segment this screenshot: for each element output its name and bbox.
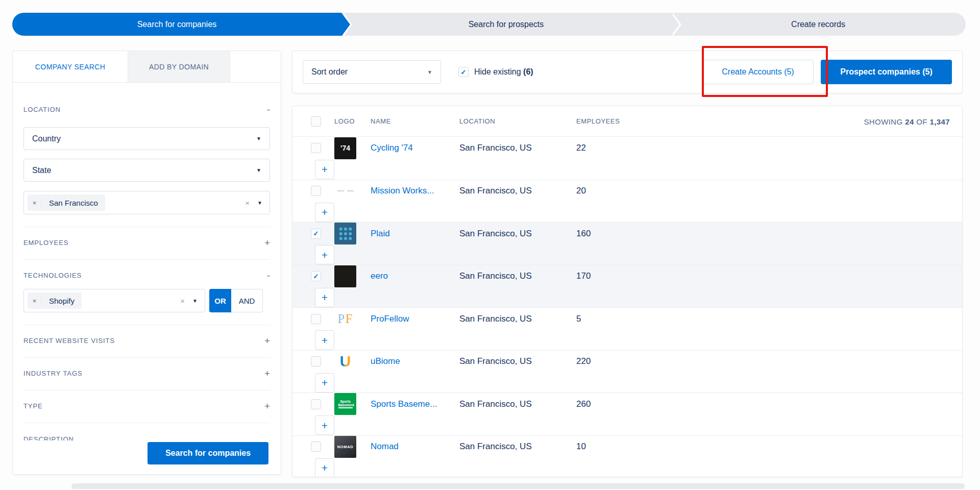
company-location: San Francisco, US bbox=[459, 314, 576, 324]
chip-remove-icon[interactable]: × bbox=[28, 297, 42, 305]
row-checkbox[interactable] bbox=[311, 356, 321, 366]
company-employees: 5 bbox=[576, 314, 918, 324]
sort-order-value: Sort order bbox=[311, 67, 348, 77]
create-accounts-button[interactable]: Create Accounts (5) bbox=[702, 60, 814, 84]
path-step-label: Create records bbox=[791, 20, 845, 29]
add-company-button[interactable]: + bbox=[315, 288, 334, 307]
section-technologies-label: TECHNOLOGIES bbox=[23, 272, 82, 279]
row-checkbox[interactable] bbox=[311, 186, 321, 196]
progress-path: Search for companies Search for prospect… bbox=[12, 13, 966, 36]
section-recent-website-visits-label: RECENT WEBSITE VISITS bbox=[23, 337, 115, 345]
section-recent-website-visits: RECENT WEBSITE VISITS + bbox=[23, 336, 270, 345]
hide-existing-count: (6) bbox=[523, 67, 533, 76]
company-name-link[interactable]: Nomad bbox=[371, 442, 459, 452]
row-checkbox[interactable] bbox=[311, 399, 321, 409]
company-name-link[interactable]: Mission Works... bbox=[371, 186, 459, 196]
collapse-icon[interactable]: - bbox=[267, 272, 270, 279]
row-checkbox[interactable] bbox=[311, 442, 321, 452]
select-all-checkbox[interactable] bbox=[311, 116, 321, 127]
row-checkbox[interactable] bbox=[311, 143, 321, 153]
company-name-link[interactable]: Plaid bbox=[371, 229, 459, 239]
chip-label: San Francisco bbox=[42, 199, 105, 207]
add-company-button[interactable]: + bbox=[315, 160, 334, 179]
table-row: PF ProFellow San Francisco, US 5 + bbox=[292, 307, 962, 350]
company-name-link[interactable]: ProFellow bbox=[371, 314, 459, 324]
path-step-separator bbox=[341, 13, 350, 36]
chevron-down-icon: ▼ bbox=[256, 167, 261, 173]
state-select-value: State bbox=[32, 166, 51, 175]
divider bbox=[23, 423, 270, 423]
chevron-down-icon: ▼ bbox=[256, 136, 261, 141]
section-description-label: DESCRIPTION bbox=[23, 435, 74, 440]
chevron-down-icon[interactable]: ▼ bbox=[192, 298, 198, 304]
section-type: TYPE + bbox=[23, 402, 270, 410]
path-step-search-companies[interactable]: Search for companies bbox=[12, 13, 341, 36]
chip-remove-icon[interactable]: × bbox=[28, 199, 42, 207]
technology-multiselect[interactable]: × Shopify × ▼ bbox=[23, 289, 205, 312]
company-location: San Francisco, US bbox=[459, 229, 576, 239]
expand-icon[interactable]: + bbox=[264, 370, 270, 377]
expand-icon[interactable]: + bbox=[264, 337, 270, 345]
state-select[interactable]: State ▼ bbox=[23, 159, 270, 182]
table-row: '74 Cycling '74 San Francisco, US 22 + bbox=[292, 137, 962, 180]
operator-or-button[interactable]: OR bbox=[209, 289, 231, 312]
company-logo: Sports Basement bbox=[334, 393, 356, 415]
table-row: Plaid San Francisco, US 160 + bbox=[292, 222, 962, 265]
company-employees: 170 bbox=[576, 271, 918, 281]
divider bbox=[23, 390, 270, 390]
chip-label: Shopify bbox=[42, 297, 82, 305]
company-employees: 10 bbox=[576, 442, 918, 452]
divider bbox=[23, 325, 270, 325]
expand-icon[interactable]: + bbox=[264, 403, 270, 410]
filter-chip-san-francisco: × San Francisco bbox=[28, 194, 105, 211]
table-body: '74 Cycling '74 San Francisco, US 22 + M… bbox=[292, 137, 962, 477]
add-company-button[interactable]: + bbox=[315, 415, 334, 435]
divider bbox=[23, 357, 270, 358]
add-company-button[interactable]: + bbox=[315, 245, 334, 264]
column-header-location: LOCATION bbox=[459, 117, 576, 125]
row-checkbox[interactable] bbox=[311, 271, 321, 281]
clear-input-icon[interactable]: × bbox=[180, 297, 185, 305]
city-multiselect[interactable]: × San Francisco × ▼ bbox=[23, 191, 270, 214]
prospect-companies-button[interactable]: Prospect companies (5) bbox=[821, 60, 952, 84]
add-company-button[interactable]: + bbox=[315, 373, 334, 393]
company-name-link[interactable]: eero bbox=[371, 271, 459, 281]
clear-input-icon[interactable]: × bbox=[245, 199, 250, 207]
company-employees: 160 bbox=[576, 229, 918, 239]
section-type-label: TYPE bbox=[23, 402, 43, 410]
company-name-link[interactable]: uBiome bbox=[371, 356, 459, 366]
section-description-clipped: DESCRIPTION bbox=[23, 434, 270, 440]
horizontal-scrollbar[interactable] bbox=[71, 483, 965, 489]
search-for-companies-button[interactable]: Search for companies bbox=[148, 442, 268, 464]
add-company-button[interactable]: + bbox=[315, 203, 334, 222]
row-checkbox[interactable] bbox=[311, 314, 321, 324]
filter-sidebar: COMPANY SEARCH ADD BY DOMAIN LOCATION - … bbox=[12, 51, 281, 475]
tab-company-search[interactable]: COMPANY SEARCH bbox=[13, 51, 128, 83]
table-row: NOMAD Nomad San Francisco, US 10 + bbox=[292, 435, 962, 478]
chevron-down-icon[interactable]: ▼ bbox=[257, 200, 262, 206]
section-location: LOCATION - bbox=[23, 105, 270, 114]
country-select[interactable]: Country ▼ bbox=[23, 127, 270, 150]
path-step-label: Search for prospects bbox=[469, 20, 544, 29]
operator-and-button[interactable]: AND bbox=[231, 289, 263, 312]
company-employees: 220 bbox=[576, 356, 918, 366]
tab-add-by-domain[interactable]: ADD BY DOMAIN bbox=[128, 51, 230, 82]
hide-existing-checkbox[interactable] bbox=[458, 67, 469, 77]
collapse-icon[interactable]: - bbox=[267, 106, 270, 113]
technologies-filter-row: × Shopify × ▼ OR AND bbox=[23, 289, 270, 312]
path-step-search-prospects[interactable]: Search for prospects bbox=[341, 13, 671, 36]
company-name-link[interactable]: Cycling '74 bbox=[371, 143, 459, 153]
country-select-value: Country bbox=[32, 134, 61, 143]
company-location: San Francisco, US bbox=[459, 356, 576, 366]
filter-chip-shopify: × Shopify bbox=[28, 292, 82, 309]
company-name-link[interactable]: Sports Baseme... bbox=[371, 399, 459, 409]
row-checkbox[interactable] bbox=[311, 229, 321, 239]
path-step-create-records[interactable]: Create records bbox=[671, 13, 966, 36]
add-company-button[interactable]: + bbox=[315, 458, 334, 477]
add-company-button[interactable]: + bbox=[315, 330, 334, 350]
sort-order-select[interactable]: Sort order ▼ bbox=[303, 60, 441, 84]
hide-existing-control: Hide existing (6) bbox=[458, 67, 533, 77]
column-header-logo: LOGO bbox=[334, 117, 371, 125]
prospect-companies-count: (5) bbox=[922, 67, 933, 76]
expand-icon[interactable]: + bbox=[264, 239, 270, 247]
